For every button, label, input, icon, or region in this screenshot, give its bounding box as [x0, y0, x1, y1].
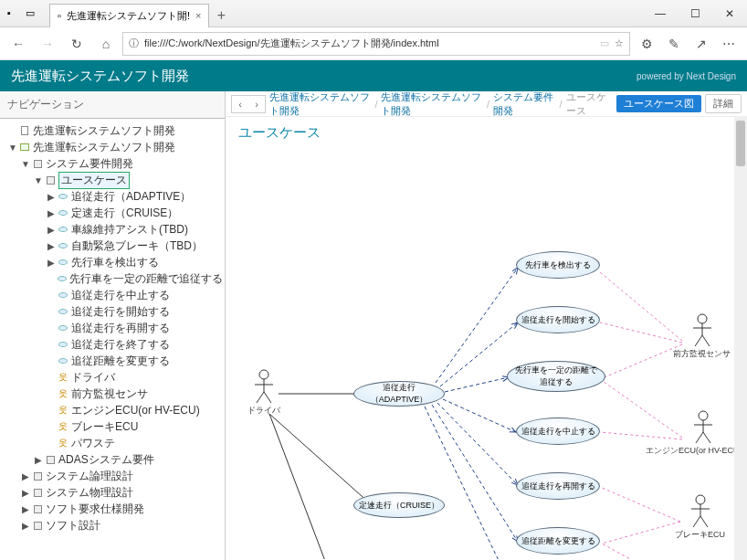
browser-tab[interactable]: ▫ 先進運転システムソフト開! ×	[49, 4, 209, 27]
tree-item[interactable]: ▼先進運転システムソフト開発	[2, 139, 223, 155]
tree-item[interactable]: ▶ソフト要求仕様開発	[2, 501, 223, 517]
svg-line-37	[700, 516, 708, 527]
window-minimize-button[interactable]: —	[643, 0, 678, 27]
tree-item[interactable]: ▶自動緊急ブレーキ（TBD）	[2, 238, 223, 254]
tree-item[interactable]: ▼ユースケース	[2, 172, 223, 188]
tree-twisty-icon[interactable]: ▶	[33, 455, 44, 465]
tree-item[interactable]: ▶車線維持アシスト(TBD)	[2, 221, 223, 238]
tree-item[interactable]: 先進運転システムソフト開発	[2, 122, 223, 139]
notes-icon[interactable]: ✎	[661, 31, 687, 57]
tree-item-label: システム要件開発	[46, 156, 133, 172]
tree-item[interactable]: ▶ソフト設計	[2, 517, 223, 534]
svg-line-15	[600, 487, 680, 522]
tree-item[interactable]: ▶先行車を検出する	[2, 254, 223, 270]
usecase-sub-1[interactable]: 追従走行を開始する	[516, 306, 600, 333]
tree-twisty-icon[interactable]: ▶	[46, 241, 57, 251]
tree-twisty-icon[interactable]: ▶	[20, 521, 31, 531]
actor-icon: 웃	[58, 371, 68, 384]
tree-item-label: システム物理設計	[46, 485, 133, 501]
url-input[interactable]	[144, 38, 594, 49]
tree-item[interactable]: 追従走行を開始する	[2, 303, 223, 320]
view-title: ユースケース	[226, 117, 747, 149]
tree-item[interactable]: 웃エンジンECU(or HV-ECU)	[2, 402, 223, 418]
svg-line-17	[602, 544, 682, 559]
tree-item[interactable]: 追従走行を終了する	[2, 336, 223, 353]
tree-item[interactable]: 웃ブレーキECU	[2, 418, 223, 435]
breadcrumb-item[interactable]: 先進運転システムソフト開発	[269, 91, 371, 118]
tree-twisty-icon[interactable]: ▶	[46, 225, 57, 235]
share-icon[interactable]: ↗	[689, 31, 714, 57]
tree-item[interactable]: ▶追従走行（ADAPTIVE）	[2, 188, 223, 205]
view-detail-button[interactable]: 詳細	[705, 94, 742, 113]
tree-item[interactable]: 追従走行を中止する	[2, 287, 223, 303]
package-icon	[34, 505, 42, 513]
window-close-button[interactable]: ✕	[712, 0, 747, 27]
reading-view-icon[interactable]: ▭	[600, 37, 609, 49]
usecase-adaptive[interactable]: 追従走行（ADAPTIVE）	[353, 381, 445, 407]
usecase-icon	[58, 194, 68, 199]
actor-sensor[interactable]: 前方監視センサ	[673, 313, 731, 360]
tree-twisty-icon[interactable]: ▼	[20, 159, 31, 169]
nav-refresh-button[interactable]: ↻	[64, 31, 89, 57]
usecase-sub-3[interactable]: 追従走行を中止する	[516, 417, 600, 445]
usecase-icon	[58, 342, 68, 347]
tree-item[interactable]: ▼システム要件開発	[2, 155, 223, 172]
tree-twisty-icon[interactable]: ▶	[46, 192, 57, 202]
url-input-box[interactable]: ⓘ ▭ ☆	[122, 32, 630, 56]
actor-engine-ecu[interactable]: エンジンECU(or HV-ECU)	[664, 410, 742, 457]
usecase-sub-2[interactable]: 先行車を一定の距離で追従する	[507, 361, 605, 392]
tree-item-label: 先進運転システムソフト開発	[33, 140, 175, 155]
svg-line-21	[257, 392, 264, 403]
usecase-sub-0[interactable]: 先行車を検出する	[516, 251, 600, 279]
tree-twisty-icon[interactable]: ▼	[7, 143, 18, 153]
tree-item[interactable]: ▶システム論理設計	[2, 468, 223, 484]
nav-forward-button[interactable]: →	[35, 31, 60, 57]
svg-line-36	[693, 516, 700, 527]
tree-item-label: ソフト設計	[46, 518, 100, 534]
history-forward-button[interactable]: ›	[248, 96, 265, 112]
actor-brake-ecu[interactable]: ブレーキECU	[675, 494, 725, 541]
history-back-button[interactable]: ‹	[232, 96, 248, 112]
view-usecase-diagram-button[interactable]: ユースケース図	[616, 95, 701, 112]
tree-twisty-icon[interactable]: ▶	[20, 504, 31, 514]
svg-point-33	[696, 495, 705, 504]
tree-twisty-icon[interactable]: ▶	[46, 208, 57, 218]
tree-item[interactable]: ▶システム物理設計	[2, 484, 223, 501]
tree-twisty-icon[interactable]: ▶	[46, 258, 57, 268]
nav-home-button[interactable]: ⌂	[93, 31, 119, 57]
tree-twisty-icon[interactable]: ▶	[20, 471, 31, 481]
usecase-diagram[interactable]: ドライバ 追従走行（ADAPTIVE） 定速走行（CRUISE） 先行車を検出す…	[226, 149, 747, 559]
tree-item[interactable]: 웃ドライバ	[2, 369, 223, 386]
navigation-tree[interactable]: 先進運転システムソフト開発▼先進運転システムソフト開発▼システム要件開発▼ユース…	[0, 119, 225, 560]
tree-item[interactable]: 先行車を一定の距離で追従する	[2, 270, 223, 287]
tree-item[interactable]: 웃前方監視センサ	[2, 386, 223, 402]
usecase-cruise[interactable]: 定速走行（CRUISE）	[353, 492, 445, 518]
usecase-sub-4[interactable]: 追従走行を再開する	[516, 472, 600, 500]
settings-icon[interactable]: ⚙	[634, 31, 659, 57]
tree-item[interactable]: 追従走行を再開する	[2, 320, 223, 336]
tree-item[interactable]: ▶ADASシステム要件	[2, 451, 223, 468]
tree-item[interactable]: 追従距離を変更する	[2, 353, 223, 369]
window-maximize-button[interactable]: ☐	[678, 0, 712, 27]
app-icon-2: ▭	[26, 7, 38, 20]
tree-item[interactable]: ▶定速走行（CRUISE）	[2, 205, 223, 221]
scrollbar-thumb[interactable]	[736, 121, 745, 166]
content-vertical-scrollbar[interactable]	[734, 117, 747, 560]
tree-twisty-icon[interactable]: ▼	[33, 175, 44, 185]
more-icon[interactable]: ⋯	[716, 31, 742, 57]
tree-item-label: 定速走行（CRUISE）	[71, 206, 178, 221]
nav-back-button[interactable]: ←	[5, 31, 31, 57]
page-header: 先進運転システムソフト開発 powered by Next Design	[0, 60, 747, 91]
tree-twisty-icon[interactable]: ▶	[20, 488, 31, 498]
tree-item[interactable]: 웃パワステ	[2, 435, 223, 451]
usecase-sub-5[interactable]: 追従距離を変更する	[516, 527, 600, 555]
tab-close-icon[interactable]: ×	[195, 10, 201, 21]
actor-driver[interactable]: ドライバ	[247, 368, 280, 417]
site-info-icon[interactable]: ⓘ	[129, 37, 139, 50]
breadcrumb-item[interactable]: 先進運転システムソフト開発	[381, 91, 482, 118]
package-icon	[34, 160, 42, 168]
new-tab-button[interactable]: +	[209, 4, 233, 27]
tree-item-label: ブレーキECU	[71, 419, 138, 435]
favorite-star-icon[interactable]: ☆	[615, 37, 624, 49]
breadcrumb-item[interactable]: システム要件開発	[493, 91, 556, 118]
